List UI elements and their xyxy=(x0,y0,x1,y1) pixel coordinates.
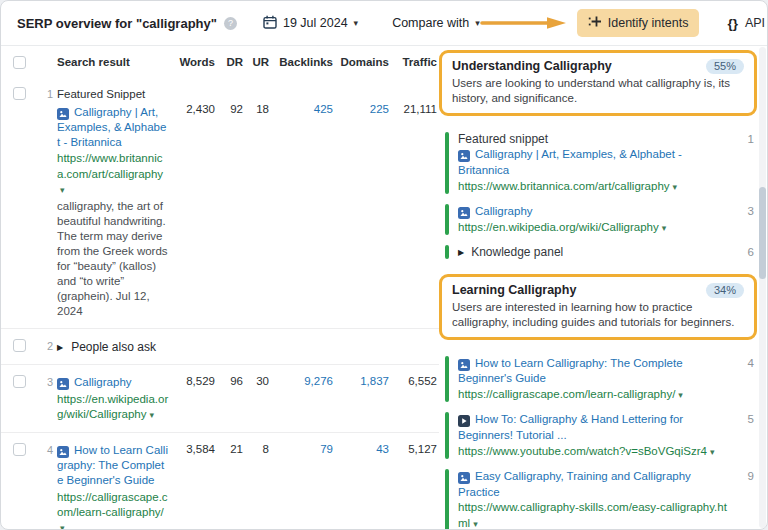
compare-with-dropdown[interactable]: Compare with ▾ xyxy=(392,16,480,30)
result-url-link[interactable]: https://www.calligraphy-skills.com/easy-… xyxy=(458,500,732,529)
rank-number: 6 xyxy=(748,246,754,258)
result-title-link[interactable]: How to Learn Calligraphy: The Complete B… xyxy=(57,443,169,489)
result-title-link[interactable]: How To: Calligraphy & Hand Lettering for… xyxy=(458,412,732,443)
result-url-link[interactable]: https://en.wikipedia.org/wiki/Calligraph… xyxy=(458,220,732,236)
chevron-down-icon[interactable]: ▾ xyxy=(60,185,65,195)
ur-value: 8 xyxy=(245,443,271,455)
chevron-down-icon[interactable]: ▾ xyxy=(473,519,478,529)
result-url-link[interactable]: https://www.youtube.com/watch?v=sBoVGqiS… xyxy=(458,444,732,460)
intent-item: How to Learn Calligraphy: The Complete B… xyxy=(445,355,756,404)
knowledge-panel-expander[interactable]: ▶ Knowledge panel xyxy=(458,245,732,259)
column-header-backlinks[interactable]: Backlinks xyxy=(271,56,335,68)
result-description: calligraphy, the art of beautiful handwr… xyxy=(57,199,169,319)
date-value: 19 Jul 2024 xyxy=(283,16,348,30)
table-row: 4 How to Learn Calligraphy: The Complete… xyxy=(1,432,439,529)
annotation-arrow-icon xyxy=(480,16,568,30)
backlinks-value[interactable]: 425 xyxy=(271,87,335,115)
vertical-scrollbar[interactable] xyxy=(759,47,766,528)
info-icon[interactable]: ? xyxy=(224,17,237,30)
ur-value: 30 xyxy=(245,375,271,387)
result-title-link[interactable]: Easy Calligraphy, Training and Calligrap… xyxy=(458,469,732,500)
triangle-right-icon: ▶ xyxy=(458,248,464,257)
words-value: 2,430 xyxy=(175,87,217,115)
scrollbar-thumb[interactable] xyxy=(759,187,766,279)
column-header-domains[interactable]: Domains xyxy=(335,56,391,68)
result-title-link[interactable]: How to Learn Calligraphy: The Complete B… xyxy=(458,356,732,387)
site-favicon-icon xyxy=(57,446,69,458)
result-url-link[interactable]: https://www.britannica.com/art/calligrap… xyxy=(57,151,169,197)
dr-value: 21 xyxy=(217,443,245,455)
chevron-down-icon[interactable]: ▾ xyxy=(673,182,678,192)
rank-number: 1 xyxy=(748,133,754,145)
api-button[interactable]: {} API xyxy=(721,15,768,32)
intent-share-badge: 34% xyxy=(706,283,744,298)
words-value: 8,529 xyxy=(175,375,217,387)
select-all-checkbox[interactable] xyxy=(13,56,26,69)
rank-number: 3 xyxy=(37,375,57,388)
backlinks-value[interactable]: 79 xyxy=(271,443,335,455)
intent-share-badge: 55% xyxy=(706,59,744,74)
intent-card-understanding: Understanding Calligraphy 55% Users are … xyxy=(439,50,757,116)
column-header-search-result[interactable]: Search result xyxy=(57,56,175,68)
words-value: 3,584 xyxy=(175,443,217,455)
row-checkbox[interactable] xyxy=(13,87,26,100)
result-title-link[interactable]: Calligraphy | Art, Examples, & Alphabet … xyxy=(57,105,169,151)
rank-number: 1 xyxy=(37,87,57,100)
chevron-down-icon[interactable]: ▾ xyxy=(678,390,683,400)
table-row: 3 Calligraphy https://en.wikipedia.org/w… xyxy=(1,364,439,432)
rank-number: 2 xyxy=(37,339,57,352)
serp-results-table: Search result Words DR UR Backlinks Doma… xyxy=(1,46,439,529)
wikipedia-favicon-icon xyxy=(458,207,470,219)
chevron-down-icon[interactable]: ▾ xyxy=(710,447,715,457)
row-checkbox[interactable] xyxy=(13,375,26,388)
dr-value: 92 xyxy=(217,87,245,115)
rank-number: 4 xyxy=(37,443,57,456)
domains-value[interactable]: 43 xyxy=(335,443,391,455)
domains-value[interactable]: 1,837 xyxy=(335,375,391,387)
chevron-down-icon[interactable]: ▾ xyxy=(662,223,667,233)
wikipedia-favicon-icon xyxy=(57,378,69,390)
youtube-play-icon xyxy=(458,415,470,427)
intent-item: Calligraphy https://en.wikipedia.org/wik… xyxy=(445,203,756,236)
ur-value: 18 xyxy=(245,87,271,115)
column-header-words[interactable]: Words xyxy=(175,56,217,68)
date-picker[interactable]: 19 Jul 2024 ▾ xyxy=(263,15,358,32)
row-checkbox[interactable] xyxy=(13,443,26,456)
column-header-dr[interactable]: DR xyxy=(217,56,245,68)
braces-icon: {} xyxy=(727,16,738,31)
domains-value[interactable]: 225 xyxy=(335,87,391,115)
column-header-traffic[interactable]: Traffic xyxy=(391,56,439,68)
row-checkbox[interactable] xyxy=(13,339,26,352)
rank-number: 5 xyxy=(748,413,754,425)
result-url-link[interactable]: https://calligrascape.com/learn-calligra… xyxy=(458,387,732,403)
site-favicon-icon xyxy=(458,472,470,484)
table-row: 1 Featured Snippet Calligraphy | Art, Ex… xyxy=(1,77,439,328)
intent-item: Featured snippet Calligraphy | Art, Exam… xyxy=(445,131,756,195)
intent-item: ▶ Knowledge panel 6 xyxy=(445,244,756,260)
result-url-link[interactable]: https://www.britannica.com/art/calligrap… xyxy=(458,179,732,195)
serp-feature-label: Featured snippet xyxy=(458,132,732,148)
identify-intents-label: Identify intents xyxy=(608,16,689,30)
chevron-down-icon[interactable]: ▾ xyxy=(149,410,154,420)
intent-name: Understanding Calligraphy xyxy=(452,59,612,73)
result-title-link[interactable]: Calligraphy xyxy=(57,375,169,390)
toolbar: SERP overview for "calligraphy" ? 19 Jul… xyxy=(1,1,767,46)
backlinks-value[interactable]: 9,276 xyxy=(271,375,335,387)
column-header-ur[interactable]: UR xyxy=(245,56,271,68)
people-also-ask-expander[interactable]: ▶ People also ask xyxy=(57,339,439,354)
rank-number: 4 xyxy=(748,357,754,369)
serp-feature-label: Featured Snippet xyxy=(57,87,169,102)
rank-number: 9 xyxy=(748,470,754,482)
intent-items-group: Featured snippet Calligraphy | Art, Exam… xyxy=(438,119,758,273)
identify-intents-button[interactable]: Identify intents xyxy=(577,9,700,37)
triangle-right-icon: ▶ xyxy=(57,343,63,352)
chevron-down-icon[interactable]: ▾ xyxy=(60,523,65,529)
result-url-link[interactable]: https://calligrascape.com/learn-calligra… xyxy=(57,490,169,530)
intent-name: Learning Calligraphy xyxy=(452,283,576,297)
intent-items-group: How to Learn Calligraphy: The Complete B… xyxy=(438,343,758,529)
intent-description: Users are looking to understand what cal… xyxy=(452,76,744,106)
compare-with-label: Compare with xyxy=(392,16,469,30)
result-title-link[interactable]: Calligraphy xyxy=(458,204,732,220)
result-title-link[interactable]: Calligraphy | Art, Examples, & Alphabet … xyxy=(458,147,732,178)
result-url-link[interactable]: https://en.wikipedia.org/wiki/Calligraph… xyxy=(57,392,169,422)
